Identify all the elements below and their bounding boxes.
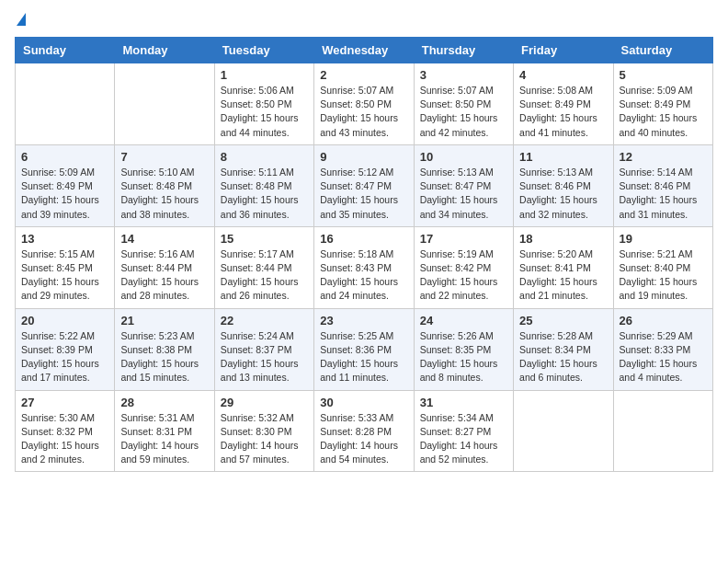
- day-number: 5: [620, 68, 707, 82]
- day-number: 30: [320, 396, 407, 409]
- day-info: Sunrise: 5:32 AM Sunset: 8:30 PM Dayligh…: [221, 411, 308, 467]
- calendar-cell: 18Sunrise: 5:20 AM Sunset: 8:41 PM Dayli…: [514, 226, 613, 308]
- day-info: Sunrise: 5:31 AM Sunset: 8:31 PM Dayligh…: [120, 411, 208, 467]
- calendar-day-header: Thursday: [414, 38, 513, 63]
- calendar-day-header: Monday: [115, 38, 214, 63]
- calendar-week-row: 13Sunrise: 5:15 AM Sunset: 8:45 PM Dayli…: [16, 226, 713, 308]
- day-info: Sunrise: 5:24 AM Sunset: 8:37 PM Dayligh…: [221, 329, 308, 385]
- day-info: Sunrise: 5:26 AM Sunset: 8:35 PM Dayligh…: [420, 329, 507, 385]
- calendar-cell: 12Sunrise: 5:14 AM Sunset: 8:46 PM Dayli…: [613, 144, 712, 226]
- day-number: 10: [420, 150, 507, 164]
- calendar-week-row: 1Sunrise: 5:06 AM Sunset: 8:50 PM Daylig…: [16, 63, 713, 145]
- day-number: 19: [620, 232, 707, 246]
- day-number: 28: [120, 396, 208, 409]
- day-info: Sunrise: 5:13 AM Sunset: 8:47 PM Dayligh…: [420, 166, 507, 222]
- day-info: Sunrise: 5:18 AM Sunset: 8:43 PM Dayligh…: [320, 247, 407, 304]
- day-number: 8: [221, 150, 308, 164]
- day-number: 4: [519, 68, 607, 82]
- day-info: Sunrise: 5:29 AM Sunset: 8:33 PM Dayligh…: [620, 329, 707, 385]
- day-number: 25: [519, 314, 607, 327]
- day-number: 15: [221, 232, 308, 246]
- calendar-cell: 28Sunrise: 5:31 AM Sunset: 8:31 PM Dayli…: [115, 390, 214, 472]
- calendar-cell: 19Sunrise: 5:21 AM Sunset: 8:40 PM Dayli…: [613, 226, 712, 308]
- calendar-cell: 15Sunrise: 5:17 AM Sunset: 8:44 PM Dayli…: [214, 226, 313, 308]
- calendar-day-header: Saturday: [613, 38, 712, 63]
- calendar-table: SundayMondayTuesdayWednesdayThursdayFrid…: [15, 37, 713, 472]
- calendar-cell: 26Sunrise: 5:29 AM Sunset: 8:33 PM Dayli…: [613, 308, 712, 390]
- calendar-cell: 14Sunrise: 5:16 AM Sunset: 8:44 PM Dayli…: [115, 226, 214, 308]
- day-info: Sunrise: 5:14 AM Sunset: 8:46 PM Dayligh…: [620, 166, 707, 222]
- calendar-cell: 4Sunrise: 5:08 AM Sunset: 8:49 PM Daylig…: [514, 63, 613, 145]
- calendar-cell: 21Sunrise: 5:23 AM Sunset: 8:38 PM Dayli…: [115, 308, 214, 390]
- day-info: Sunrise: 5:34 AM Sunset: 8:27 PM Dayligh…: [420, 411, 507, 467]
- calendar-cell: 7Sunrise: 5:10 AM Sunset: 8:48 PM Daylig…: [115, 144, 214, 226]
- day-number: 16: [320, 232, 407, 246]
- day-info: Sunrise: 5:25 AM Sunset: 8:36 PM Dayligh…: [320, 329, 407, 385]
- day-info: Sunrise: 5:07 AM Sunset: 8:50 PM Dayligh…: [320, 84, 407, 140]
- page-header: [15, 15, 713, 28]
- day-info: Sunrise: 5:06 AM Sunset: 8:50 PM Dayligh…: [221, 84, 308, 140]
- day-info: Sunrise: 5:20 AM Sunset: 8:41 PM Dayligh…: [519, 247, 607, 304]
- day-info: Sunrise: 5:07 AM Sunset: 8:50 PM Dayligh…: [420, 84, 507, 140]
- day-info: Sunrise: 5:28 AM Sunset: 8:34 PM Dayligh…: [519, 329, 607, 385]
- calendar-cell: 16Sunrise: 5:18 AM Sunset: 8:43 PM Dayli…: [314, 226, 414, 308]
- calendar-cell: 31Sunrise: 5:34 AM Sunset: 8:27 PM Dayli…: [414, 390, 513, 472]
- calendar-day-header: Sunday: [16, 38, 115, 63]
- calendar-cell: 20Sunrise: 5:22 AM Sunset: 8:39 PM Dayli…: [16, 308, 115, 390]
- day-number: 14: [120, 232, 208, 246]
- calendar-cell: 9Sunrise: 5:12 AM Sunset: 8:47 PM Daylig…: [314, 144, 414, 226]
- logo: [15, 15, 26, 28]
- day-info: Sunrise: 5:16 AM Sunset: 8:44 PM Dayligh…: [120, 247, 208, 304]
- calendar-cell: 6Sunrise: 5:09 AM Sunset: 8:49 PM Daylig…: [16, 144, 115, 226]
- day-number: 2: [320, 68, 407, 82]
- day-info: Sunrise: 5:09 AM Sunset: 8:49 PM Dayligh…: [21, 166, 108, 222]
- day-number: 29: [221, 396, 308, 409]
- calendar-cell: [613, 390, 712, 472]
- calendar-week-row: 27Sunrise: 5:30 AM Sunset: 8:32 PM Dayli…: [16, 390, 713, 472]
- day-number: 11: [519, 150, 607, 164]
- calendar-cell: [514, 390, 613, 472]
- calendar-cell: [16, 63, 115, 145]
- day-number: 13: [21, 232, 108, 246]
- day-number: 23: [320, 314, 407, 327]
- calendar-cell: 22Sunrise: 5:24 AM Sunset: 8:37 PM Dayli…: [214, 308, 313, 390]
- day-info: Sunrise: 5:08 AM Sunset: 8:49 PM Dayligh…: [519, 84, 607, 140]
- day-number: 1: [221, 68, 308, 82]
- day-info: Sunrise: 5:12 AM Sunset: 8:47 PM Dayligh…: [320, 166, 407, 222]
- calendar-cell: 13Sunrise: 5:15 AM Sunset: 8:45 PM Dayli…: [16, 226, 115, 308]
- calendar-day-header: Friday: [514, 38, 613, 63]
- day-info: Sunrise: 5:33 AM Sunset: 8:28 PM Dayligh…: [320, 411, 407, 467]
- day-number: 6: [21, 150, 108, 164]
- calendar-cell: 27Sunrise: 5:30 AM Sunset: 8:32 PM Dayli…: [16, 390, 115, 472]
- calendar-cell: 17Sunrise: 5:19 AM Sunset: 8:42 PM Dayli…: [414, 226, 513, 308]
- day-number: 7: [120, 150, 208, 164]
- day-number: 21: [120, 314, 208, 327]
- day-info: Sunrise: 5:22 AM Sunset: 8:39 PM Dayligh…: [21, 329, 108, 385]
- calendar-cell: 5Sunrise: 5:09 AM Sunset: 8:49 PM Daylig…: [613, 63, 712, 145]
- calendar-cell: 24Sunrise: 5:26 AM Sunset: 8:35 PM Dayli…: [414, 308, 513, 390]
- day-info: Sunrise: 5:09 AM Sunset: 8:49 PM Dayligh…: [620, 84, 707, 140]
- day-number: 18: [519, 232, 607, 246]
- calendar-cell: 25Sunrise: 5:28 AM Sunset: 8:34 PM Dayli…: [514, 308, 613, 390]
- day-number: 20: [21, 314, 108, 327]
- calendar-cell: 29Sunrise: 5:32 AM Sunset: 8:30 PM Dayli…: [214, 390, 313, 472]
- calendar-cell: 2Sunrise: 5:07 AM Sunset: 8:50 PM Daylig…: [314, 63, 414, 145]
- calendar-day-header: Wednesday: [314, 38, 414, 63]
- calendar-cell: 3Sunrise: 5:07 AM Sunset: 8:50 PM Daylig…: [414, 63, 513, 145]
- calendar-cell: 23Sunrise: 5:25 AM Sunset: 8:36 PM Dayli…: [314, 308, 414, 390]
- calendar-cell: 30Sunrise: 5:33 AM Sunset: 8:28 PM Dayli…: [314, 390, 414, 472]
- day-info: Sunrise: 5:10 AM Sunset: 8:48 PM Dayligh…: [120, 166, 208, 222]
- day-number: 3: [420, 68, 507, 82]
- day-info: Sunrise: 5:15 AM Sunset: 8:45 PM Dayligh…: [21, 247, 108, 304]
- calendar-day-header: Tuesday: [214, 38, 313, 63]
- day-number: 31: [420, 396, 507, 409]
- calendar-cell: 1Sunrise: 5:06 AM Sunset: 8:50 PM Daylig…: [214, 63, 313, 145]
- day-info: Sunrise: 5:23 AM Sunset: 8:38 PM Dayligh…: [120, 329, 208, 385]
- day-number: 9: [320, 150, 407, 164]
- calendar-week-row: 6Sunrise: 5:09 AM Sunset: 8:49 PM Daylig…: [16, 144, 713, 226]
- day-number: 17: [420, 232, 507, 246]
- calendar-header-row: SundayMondayTuesdayWednesdayThursdayFrid…: [16, 38, 713, 63]
- day-info: Sunrise: 5:13 AM Sunset: 8:46 PM Dayligh…: [519, 166, 607, 222]
- day-info: Sunrise: 5:19 AM Sunset: 8:42 PM Dayligh…: [420, 247, 507, 304]
- day-number: 24: [420, 314, 507, 327]
